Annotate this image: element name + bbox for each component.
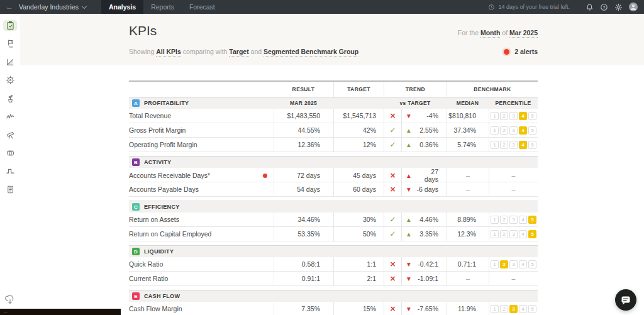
target-value: 60 days xyxy=(333,182,384,196)
sidebar-item-line-chart[interactable] xyxy=(3,57,17,67)
alerts-button[interactable]: 2 alerts xyxy=(504,48,538,55)
section-title: ECASH FLOW xyxy=(129,292,538,300)
account-menu[interactable] xyxy=(626,2,640,12)
kpi-row[interactable]: Return on Capital Employed53.35%50%✓▲3.3… xyxy=(129,227,538,241)
kpi-row[interactable]: Total Revenue$1,483,550$1,545,713×▼-4%$8… xyxy=(129,109,538,123)
target-value: 1:1 xyxy=(333,257,384,271)
sidebar-item-kpis[interactable] xyxy=(3,20,17,31)
squiggle-icon xyxy=(6,112,15,121)
trend-cell: ▼-7.65% xyxy=(401,302,447,315)
result-value: 54 days xyxy=(274,182,333,196)
status-pass-icon: ✓ xyxy=(384,227,401,241)
kpi-row[interactable]: Accounts Payable Days54 days60 days×▼-6 … xyxy=(129,182,538,197)
percentile-box: 1 xyxy=(491,216,499,224)
trend-up-icon: ▲ xyxy=(402,128,416,133)
median-value: 8.89% xyxy=(447,213,489,226)
percentile-box: 3 xyxy=(509,305,518,313)
download-button[interactable] xyxy=(5,295,15,307)
target-value: $1,545,713 xyxy=(333,109,384,123)
percentile-box: 5 xyxy=(528,112,536,120)
target-filter-dropdown[interactable]: Target xyxy=(229,48,248,57)
trend-value: -4% xyxy=(416,112,447,119)
sidebar-item-venn[interactable] xyxy=(3,148,17,158)
sidebar-item-flag-formula[interactable]: x/o xyxy=(3,38,17,49)
col-percentile: PERCENTILE xyxy=(489,100,538,106)
col-trend: TREND xyxy=(384,82,447,97)
section-header-d: DLIQUIDITY xyxy=(129,245,538,257)
kpi-name: Return on Assets xyxy=(129,213,274,226)
alert-dot-icon xyxy=(504,49,509,55)
col-target: TARGET xyxy=(333,82,384,97)
percentile-cell: 12345 xyxy=(489,123,538,137)
sidebar-item-step-wave[interactable] xyxy=(3,166,17,177)
kpi-row[interactable]: Accounts Receivable Days*72 days45 days×… xyxy=(129,168,538,182)
topbar-right: 14 days of your free trial left. ? xyxy=(488,2,644,12)
tab-reports[interactable]: Reports xyxy=(143,0,182,14)
company-switcher[interactable]: Vanderlay Industries xyxy=(19,3,86,11)
percentile-box: 4 xyxy=(519,260,527,268)
trend-cell: ▼-6 days xyxy=(401,182,447,196)
sidebar-item-squiggle[interactable] xyxy=(3,111,17,122)
download-cloud-icon xyxy=(5,295,15,305)
kpi-row[interactable]: Cash Flow Margin7.35%15%×▼-7.65%11.9%123… xyxy=(129,302,538,315)
table-header-row: RESULT TARGET TREND BENCHMARK xyxy=(129,82,538,97)
percentile-box: 5 xyxy=(528,126,536,135)
chat-launcher-button[interactable] xyxy=(615,289,636,311)
percentile-box: 5 xyxy=(528,230,536,238)
period-prefix: For the xyxy=(458,29,479,36)
section-badge: E xyxy=(132,292,140,300)
benchmark-filter-dropdown[interactable]: Segmented Benchmark Group xyxy=(264,48,358,57)
section-title: BACTIVITY xyxy=(129,158,538,166)
result-value: 0.58:1 xyxy=(274,257,333,271)
period-type-dropdown[interactable]: Month xyxy=(480,29,501,38)
tab-forecast[interactable]: Forecast xyxy=(182,0,223,14)
kpi-name-label: Return on Capital Employed xyxy=(129,230,211,238)
result-value: 53.35% xyxy=(274,227,333,241)
kpi-name-label: Total Revenue xyxy=(129,112,171,119)
result-value: 44.55% xyxy=(274,123,333,137)
col-median: MEDIAN xyxy=(447,100,489,106)
percentile-cell: 12345 xyxy=(489,138,538,152)
trial-banner: 14 days of your free trial left. xyxy=(488,4,570,11)
sidebar-item-telescope[interactable] xyxy=(3,130,17,140)
sidebar-item-wheel[interactable] xyxy=(3,75,17,86)
percentile-box: 3 xyxy=(509,126,518,135)
notifications-button[interactable] xyxy=(582,3,597,11)
trend-up-icon: ▲ xyxy=(402,142,416,148)
kpi-table: RESULT TARGET TREND BENCHMARK APROFITABI… xyxy=(129,80,538,315)
sidebar-item-plant[interactable] xyxy=(3,93,17,104)
trend-value: 27 days xyxy=(416,168,447,183)
help-icon: ? xyxy=(600,3,608,11)
kpi-name-label: Cash Flow Margin xyxy=(129,305,182,312)
kpi-row[interactable]: Operating Profit Margin12.36%12%✓▲0.36%5… xyxy=(129,138,538,152)
tab-analysis[interactable]: Analysis xyxy=(101,0,143,14)
percentile-box: 3 xyxy=(509,112,518,120)
kpi-row[interactable]: Gross Profit Margin44.55%42%✓▲2.55%37.34… xyxy=(129,123,538,138)
kpi-row[interactable]: Return on Assets34.46%30%✓▲4.46%8.89%123… xyxy=(129,213,538,227)
status-pass-icon: ✓ xyxy=(384,138,401,152)
help-button[interactable]: ? xyxy=(597,3,611,11)
kpi-row[interactable]: Quick Ratio0.58:11:1×▼-0.42:10.71:112345 xyxy=(129,257,538,272)
kpi-name: Current Ratio xyxy=(129,272,274,285)
alerts-label: 2 alerts xyxy=(514,48,538,55)
trend-value: -6 days xyxy=(416,185,447,193)
percentile-box: 4 xyxy=(519,305,527,313)
percentile-cell: – xyxy=(489,272,538,285)
kpi-row[interactable]: Current Ratio0.91:12:1×▼-1.09:1–– xyxy=(129,272,538,286)
percentile-cell: 12345 xyxy=(489,109,538,123)
sidebar-item-document[interactable] xyxy=(3,184,17,195)
back-button[interactable]: ← xyxy=(0,0,19,14)
section-title: DLIQUIDITY xyxy=(129,248,538,255)
target-value: 15% xyxy=(333,302,384,315)
section-label: LIQUIDITY xyxy=(144,248,174,255)
median-value: – xyxy=(447,182,489,196)
wheel-icon xyxy=(6,75,15,85)
median-value: 5.74% xyxy=(447,138,489,152)
trend-cell: ▼-1.09:1 xyxy=(401,272,447,285)
kpi-name: Accounts Payable Days xyxy=(129,182,274,196)
percentile-box: 2 xyxy=(500,141,508,149)
period-date-dropdown[interactable]: Mar 2025 xyxy=(509,29,538,38)
settings-button[interactable] xyxy=(611,3,626,11)
status-fail-icon: × xyxy=(384,109,401,123)
kpi-filter-dropdown[interactable]: All KPIs xyxy=(156,48,181,57)
